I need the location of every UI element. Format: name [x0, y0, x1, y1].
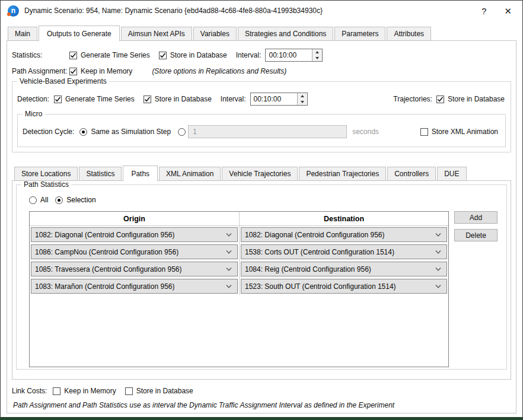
- interval-value: 00:10:00: [251, 93, 297, 105]
- tab-strategies-and-conditions[interactable]: Strategies and Conditions: [238, 27, 333, 41]
- origin-combobox[interactable]: 1083: Marañon (Centroid Configuration 95…: [31, 279, 238, 294]
- trajectories-store-in-database-checkbox[interactable]: Store in Database: [436, 95, 505, 103]
- title-bar: n Dynamic Scenario: 954, Name: Dynamic S…: [1, 1, 522, 21]
- same-as-simulation-step-radio[interactable]: Same as Simulation Step: [79, 128, 171, 136]
- checkbox-box: [69, 68, 77, 75]
- spinner-up-button[interactable]: [312, 49, 322, 55]
- detection-row: Detection: Generate Time Series Store in…: [17, 93, 506, 106]
- path-assignment-label: Path Assignment:: [12, 67, 69, 75]
- tab-aimsun-next-apis[interactable]: Aimsun Next APIs: [121, 27, 192, 41]
- spinner-up-button[interactable]: [298, 93, 307, 99]
- tab-vehicle-trajectories[interactable]: Vehicle Trajectories: [222, 167, 298, 181]
- table-row: 1085: Travessera (Centroid Configuration…: [30, 260, 448, 278]
- spinner-down-button[interactable]: [312, 55, 322, 61]
- combobox-value: 1084: Reig (Centroid Configuration 956): [245, 265, 371, 273]
- path-assignment-row: Path Assignment: Keep in Memory (Store o…: [12, 67, 511, 75]
- chevron-down-icon: [226, 233, 232, 237]
- tab-pedestrian-trajectories[interactable]: Pedestrian Trajectories: [299, 167, 386, 181]
- origin-combobox[interactable]: 1086: CampNou (Centroid Configuration 95…: [31, 244, 238, 259]
- destination-cell: 1084: Reig (Centroid Configuration 956): [239, 260, 448, 278]
- all-radio[interactable]: All: [29, 196, 48, 204]
- statistics-label: Statistics:: [12, 51, 69, 59]
- vehicle-based-experiments-group: Vehicle-Based Experiments Detection: Gen…: [12, 81, 511, 152]
- checkbox-label: Generate Time Series: [65, 95, 135, 103]
- statistics-generate-time-series-checkbox[interactable]: Generate Time Series: [69, 51, 150, 59]
- dynamic-scenario-dialog: n Dynamic Scenario: 954, Name: Dynamic S…: [0, 0, 523, 420]
- checkbox-label: Store in Database: [170, 51, 227, 59]
- statistics-interval-spinner[interactable]: 00:10:00: [265, 49, 323, 62]
- detection-store-in-database-checkbox[interactable]: Store in Database: [143, 95, 212, 103]
- checkbox-label: Store in Database: [155, 95, 212, 103]
- tab-attributes[interactable]: Attributes: [387, 27, 431, 41]
- interval-value: 00:10:00: [266, 49, 312, 61]
- destination-combobox[interactable]: 1523: South OUT (Centroid Configuration …: [241, 279, 447, 294]
- inner-tab-bar: Store Locations Statistics Paths XML Ani…: [12, 161, 511, 180]
- spinner-down-button[interactable]: [298, 99, 307, 105]
- origin-combobox[interactable]: 1082: Diagonal (Centroid Configuration 9…: [31, 227, 238, 242]
- logo-letter: n: [11, 7, 15, 14]
- checkbox-label: Store XML Animation: [432, 128, 498, 136]
- statistics-store-in-database-checkbox[interactable]: Store in Database: [159, 51, 227, 59]
- destination-combobox[interactable]: 1538: Corts OUT (Centroid Configuration …: [241, 244, 447, 259]
- origin-cell: 1083: Marañon (Centroid Configuration 95…: [30, 278, 239, 295]
- destination-combobox[interactable]: 1082: Diagonal (Centroid Configuration 9…: [241, 227, 447, 242]
- detection-interval-spinner[interactable]: 00:10:00: [250, 93, 308, 106]
- combobox-value: 1083: Marañon (Centroid Configuration 95…: [35, 282, 174, 291]
- checkbox-label: Store in Database: [448, 95, 505, 103]
- delete-button[interactable]: Delete: [454, 229, 498, 241]
- trajectories-section: Trajectories: Store in Database: [393, 95, 505, 103]
- destination-cell: 1523: South OUT (Centroid Configuration …: [239, 278, 448, 295]
- checkbox-box: [420, 128, 428, 136]
- custom-cycle-input[interactable]: 1: [188, 125, 347, 138]
- arrow-down-icon: [301, 101, 304, 103]
- combobox-value: 1082: Diagonal (Centroid Configuration 9…: [35, 231, 174, 239]
- checkbox-label: Keep in Memory: [64, 387, 116, 395]
- path-assignment-keep-in-memory-checkbox[interactable]: Keep in Memory: [69, 67, 132, 75]
- origin-cell: 1085: Travessera (Centroid Configuration…: [30, 260, 239, 278]
- path-statistics-group: Path Statistics All Selection: [16, 184, 507, 370]
- arrow-up-icon: [315, 51, 319, 53]
- combobox-value: 1538: Corts OUT (Centroid Configuration …: [245, 248, 394, 256]
- radio-circle: [79, 128, 87, 136]
- radio-dot: [82, 131, 85, 133]
- origin-combobox[interactable]: 1085: Travessera (Centroid Configuration…: [31, 262, 238, 276]
- radio-circle: [29, 196, 37, 204]
- table-row: 1086: CampNou (Centroid Configuration 95…: [30, 243, 448, 260]
- trajectories-label: Trajectories:: [393, 95, 432, 103]
- store-options-note: (Store options in Replications and Resul…: [152, 67, 286, 75]
- interval-label: Interval:: [236, 51, 262, 59]
- help-icon[interactable]: ?: [481, 7, 486, 15]
- detection-cycle-row: Detection Cycle: Same as Simulation Step…: [23, 125, 500, 138]
- detection-generate-time-series-checkbox[interactable]: Generate Time Series: [54, 95, 135, 103]
- tab-statistics[interactable]: Statistics: [79, 167, 122, 181]
- group-title: Vehicle-Based Experiments: [17, 77, 109, 85]
- tab-paths[interactable]: Paths: [123, 166, 158, 182]
- selection-radio[interactable]: Selection: [55, 196, 95, 204]
- chevron-down-icon: [435, 250, 441, 254]
- link-costs-keep-in-memory-checkbox[interactable]: Keep in Memory: [53, 387, 116, 395]
- origin-cell: 1086: CampNou (Centroid Configuration 95…: [30, 243, 239, 260]
- custom-cycle-radio[interactable]: [178, 128, 186, 136]
- tab-variables[interactable]: Variables: [193, 27, 237, 41]
- combobox-value: 1086: CampNou (Centroid Configuration 95…: [35, 248, 178, 256]
- interval-label: Interval:: [221, 95, 246, 103]
- spinner-controls: [297, 93, 307, 105]
- checkbox-box: [436, 96, 444, 103]
- tab-due[interactable]: DUE: [437, 167, 466, 181]
- table-header-row: Origin Destination: [30, 212, 448, 226]
- add-button[interactable]: Add: [454, 211, 498, 224]
- close-icon[interactable]: ✕: [504, 7, 512, 15]
- store-xml-animation-checkbox[interactable]: Store XML Animation: [420, 128, 498, 136]
- tab-parameters[interactable]: Parameters: [334, 27, 385, 41]
- link-costs-store-in-database-checkbox[interactable]: Store in Database: [125, 387, 193, 395]
- tab-main[interactable]: Main: [8, 27, 37, 41]
- checkbox-box: [143, 96, 151, 103]
- destination-cell: 1082: Diagonal (Centroid Configuration 9…: [239, 226, 448, 243]
- destination-combobox[interactable]: 1084: Reig (Centroid Configuration 956): [241, 262, 447, 276]
- tab-xml-animation[interactable]: XML Animation: [159, 167, 221, 181]
- micro-group: Micro Detection Cycle: Same as Simulatio…: [17, 114, 506, 147]
- tab-outputs-to-generate[interactable]: Outputs to Generate: [39, 26, 120, 42]
- tab-store-locations[interactable]: Store Locations: [14, 167, 78, 181]
- tab-controllers[interactable]: Controllers: [387, 167, 436, 181]
- checkbox-label: Keep in Memory: [81, 67, 132, 75]
